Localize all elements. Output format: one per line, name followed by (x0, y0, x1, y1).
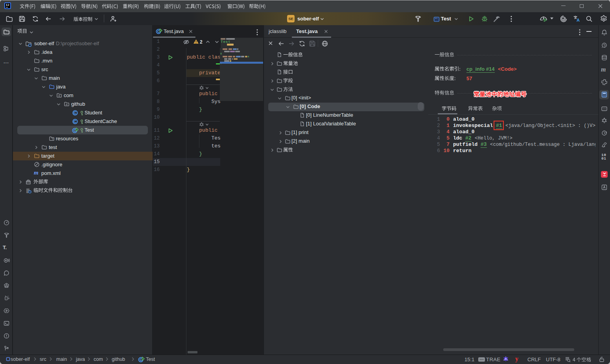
svg-text:A: A (577, 18, 580, 22)
